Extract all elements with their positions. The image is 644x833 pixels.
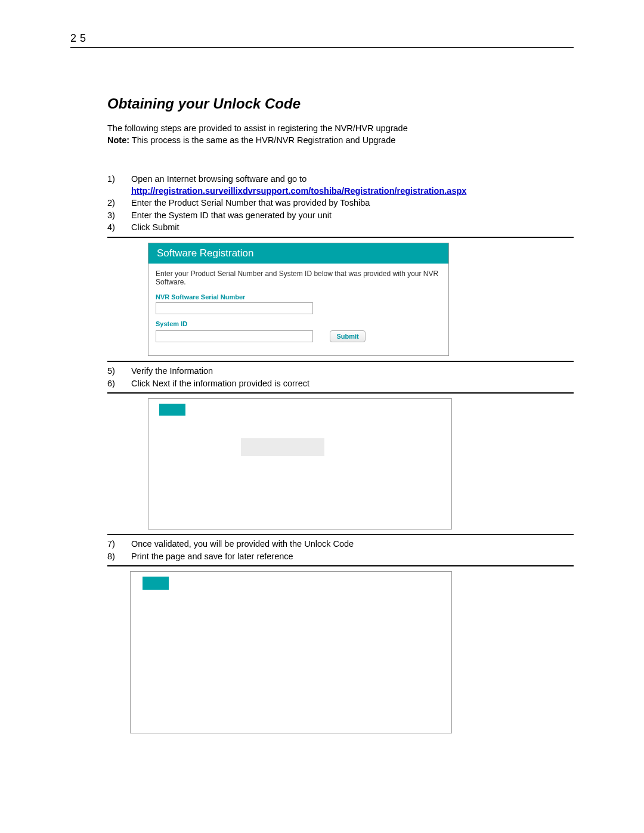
page-number: 25 (70, 32, 574, 45)
step-number: 7) (107, 538, 131, 550)
intro-line-1: The following steps are provided to assi… (107, 123, 574, 135)
teal-chip-icon (143, 577, 169, 590)
section-divider (107, 392, 574, 394)
registration-header: Software Registration (148, 243, 448, 264)
registration-link[interactable]: http://registration.surveillixdvrsupport… (131, 186, 466, 196)
step-number: 3) (107, 210, 131, 222)
gray-placeholder (241, 438, 324, 456)
step-text: Enter the Product Serial Number that was… (131, 197, 574, 209)
step-text: Once validated, you will be provided wit… (131, 538, 574, 550)
verify-information-panel (148, 398, 452, 529)
section-divider (107, 361, 574, 362)
teal-chip-icon (159, 404, 185, 416)
step-text-content: Open an Internet browsing software and g… (131, 174, 306, 184)
step-text: Click Submit (131, 222, 574, 234)
step-text: Open an Internet browsing software and g… (131, 174, 574, 197)
intro-block: The following steps are provided to assi… (107, 123, 574, 146)
step-number: 1) (107, 174, 131, 197)
unlock-code-panel (130, 571, 452, 733)
registration-description: Enter your Product Serial Number and Sys… (148, 270, 448, 293)
section-divider (107, 534, 574, 535)
submit-button[interactable]: Submit (330, 330, 365, 342)
section-title: Obtaining your Unlock Code (107, 95, 574, 112)
step-number: 5) (107, 366, 131, 377)
step-text: Print the page and save for later refere… (131, 551, 574, 563)
step-number: 2) (107, 197, 131, 209)
section-divider (107, 565, 574, 566)
step-number: 8) (107, 551, 131, 563)
steps-group-b: 5) Verify the Information 6) Click Next … (107, 361, 574, 394)
step-text: Verify the Information (131, 366, 574, 377)
step-number: 6) (107, 378, 131, 390)
system-id-input[interactable] (156, 330, 313, 342)
serial-number-input[interactable] (156, 302, 313, 314)
step-number: 4) (107, 222, 131, 234)
software-registration-panel: Software Registration Enter your Product… (148, 243, 449, 356)
intro-line-2: This process is the same as the HVR/NVR … (129, 135, 395, 145)
steps-group-a: 1) Open an Internet browsing software an… (107, 174, 574, 238)
top-divider (70, 47, 574, 48)
step-text: Click Next if the information provided i… (131, 378, 574, 390)
section-divider (107, 237, 574, 238)
step-text: Enter the System ID that was generated b… (131, 210, 574, 222)
serial-number-label: NVR Software Serial Number (148, 293, 448, 302)
note-label: Note: (107, 135, 129, 145)
system-id-label: System ID (148, 320, 448, 329)
steps-group-c: 7) Once validated, you will be provided … (107, 534, 574, 566)
